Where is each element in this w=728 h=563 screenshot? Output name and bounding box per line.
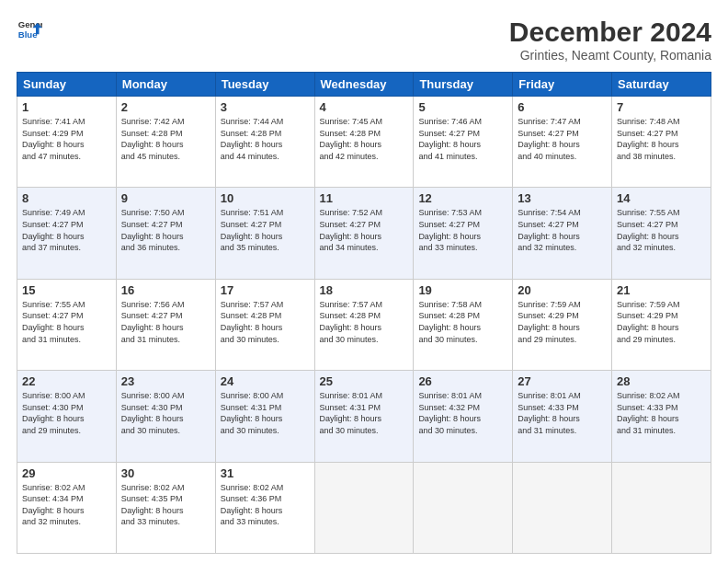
col-monday: Monday xyxy=(116,73,215,97)
table-row xyxy=(314,462,414,553)
table-row xyxy=(414,462,513,553)
day-info: Sunrise: 7:52 AM Sunset: 4:27 PM Dayligh… xyxy=(320,207,409,253)
table-row: 3Sunrise: 7:44 AM Sunset: 4:28 PM Daylig… xyxy=(215,97,314,188)
day-number: 21 xyxy=(617,283,706,297)
table-row: 29Sunrise: 8:02 AM Sunset: 4:34 PM Dayli… xyxy=(17,462,117,553)
day-number: 23 xyxy=(121,374,210,388)
day-number: 7 xyxy=(617,100,706,114)
day-info: Sunrise: 7:47 AM Sunset: 4:27 PM Dayligh… xyxy=(518,116,607,162)
table-row: 16Sunrise: 7:56 AM Sunset: 4:27 PM Dayli… xyxy=(116,279,215,370)
day-info: Sunrise: 7:41 AM Sunset: 4:29 PM Dayligh… xyxy=(22,116,111,162)
col-thursday: Thursday xyxy=(414,73,513,97)
day-number: 16 xyxy=(121,283,210,297)
col-friday: Friday xyxy=(513,73,612,97)
day-number: 29 xyxy=(22,466,111,480)
header-row: Sunday Monday Tuesday Wednesday Thursday… xyxy=(17,73,711,97)
table-row: 17Sunrise: 7:57 AM Sunset: 4:28 PM Dayli… xyxy=(215,279,314,370)
table-row xyxy=(612,462,711,553)
table-row: 13Sunrise: 7:54 AM Sunset: 4:27 PM Dayli… xyxy=(513,188,612,279)
day-info: Sunrise: 7:58 AM Sunset: 4:28 PM Dayligh… xyxy=(418,299,507,345)
subtitle: Grinties, Neamt County, Romania xyxy=(509,48,711,63)
day-number: 6 xyxy=(518,100,607,114)
day-info: Sunrise: 7:57 AM Sunset: 4:28 PM Dayligh… xyxy=(221,299,310,345)
day-number: 22 xyxy=(22,374,111,388)
day-info: Sunrise: 8:02 AM Sunset: 4:35 PM Dayligh… xyxy=(121,482,210,528)
day-info: Sunrise: 8:01 AM Sunset: 4:32 PM Dayligh… xyxy=(418,390,507,436)
col-wednesday: Wednesday xyxy=(314,73,414,97)
day-info: Sunrise: 8:02 AM Sunset: 4:36 PM Dayligh… xyxy=(221,482,310,528)
day-info: Sunrise: 7:51 AM Sunset: 4:27 PM Dayligh… xyxy=(221,207,310,253)
table-row: 27Sunrise: 8:01 AM Sunset: 4:33 PM Dayli… xyxy=(513,371,612,462)
calendar-week-row: 29Sunrise: 8:02 AM Sunset: 4:34 PM Dayli… xyxy=(17,462,711,553)
day-number: 3 xyxy=(221,100,310,114)
day-number: 5 xyxy=(418,100,507,114)
table-row: 21Sunrise: 7:59 AM Sunset: 4:29 PM Dayli… xyxy=(612,279,711,370)
day-number: 2 xyxy=(121,100,210,114)
calendar-page: General Blue December 2024 Grinties, Nea… xyxy=(0,0,728,563)
table-row: 22Sunrise: 8:00 AM Sunset: 4:30 PM Dayli… xyxy=(17,371,117,462)
calendar-week-row: 22Sunrise: 8:00 AM Sunset: 4:30 PM Dayli… xyxy=(17,371,711,462)
day-info: Sunrise: 7:49 AM Sunset: 4:27 PM Dayligh… xyxy=(22,207,111,253)
table-row: 5Sunrise: 7:46 AM Sunset: 4:27 PM Daylig… xyxy=(414,97,513,188)
day-info: Sunrise: 7:59 AM Sunset: 4:29 PM Dayligh… xyxy=(617,299,706,345)
day-info: Sunrise: 7:55 AM Sunset: 4:27 PM Dayligh… xyxy=(22,299,111,345)
day-info: Sunrise: 8:00 AM Sunset: 4:30 PM Dayligh… xyxy=(121,390,210,436)
col-sunday: Sunday xyxy=(17,73,117,97)
day-info: Sunrise: 7:42 AM Sunset: 4:28 PM Dayligh… xyxy=(121,116,210,162)
day-number: 28 xyxy=(617,374,706,388)
day-number: 8 xyxy=(22,191,111,205)
day-number: 18 xyxy=(320,283,409,297)
calendar-week-row: 1Sunrise: 7:41 AM Sunset: 4:29 PM Daylig… xyxy=(17,97,711,188)
calendar-table: Sunday Monday Tuesday Wednesday Thursday… xyxy=(17,72,711,554)
day-number: 4 xyxy=(320,100,409,114)
table-row: 4Sunrise: 7:45 AM Sunset: 4:28 PM Daylig… xyxy=(314,97,414,188)
table-row: 7Sunrise: 7:48 AM Sunset: 4:27 PM Daylig… xyxy=(612,97,711,188)
day-info: Sunrise: 8:01 AM Sunset: 4:33 PM Dayligh… xyxy=(518,390,607,436)
calendar-week-row: 8Sunrise: 7:49 AM Sunset: 4:27 PM Daylig… xyxy=(17,188,711,279)
title-block: December 2024 Grinties, Neamt County, Ro… xyxy=(509,17,711,63)
table-row: 14Sunrise: 7:55 AM Sunset: 4:27 PM Dayli… xyxy=(612,188,711,279)
table-row: 9Sunrise: 7:50 AM Sunset: 4:27 PM Daylig… xyxy=(116,188,215,279)
day-info: Sunrise: 7:44 AM Sunset: 4:28 PM Dayligh… xyxy=(221,116,310,162)
table-row xyxy=(513,462,612,553)
table-row: 11Sunrise: 7:52 AM Sunset: 4:27 PM Dayli… xyxy=(314,188,414,279)
day-number: 12 xyxy=(418,191,507,205)
day-number: 26 xyxy=(418,374,507,388)
svg-text:Blue: Blue xyxy=(18,29,38,40)
table-row: 24Sunrise: 8:00 AM Sunset: 4:31 PM Dayli… xyxy=(215,371,314,462)
table-row: 28Sunrise: 8:02 AM Sunset: 4:33 PM Dayli… xyxy=(612,371,711,462)
table-row: 12Sunrise: 7:53 AM Sunset: 4:27 PM Dayli… xyxy=(414,188,513,279)
table-row: 10Sunrise: 7:51 AM Sunset: 4:27 PM Dayli… xyxy=(215,188,314,279)
day-info: Sunrise: 7:57 AM Sunset: 4:28 PM Dayligh… xyxy=(320,299,409,345)
day-info: Sunrise: 7:46 AM Sunset: 4:27 PM Dayligh… xyxy=(418,116,507,162)
table-row: 25Sunrise: 8:01 AM Sunset: 4:31 PM Dayli… xyxy=(314,371,414,462)
table-row: 30Sunrise: 8:02 AM Sunset: 4:35 PM Dayli… xyxy=(116,462,215,553)
table-row: 2Sunrise: 7:42 AM Sunset: 4:28 PM Daylig… xyxy=(116,97,215,188)
calendar-week-row: 15Sunrise: 7:55 AM Sunset: 4:27 PM Dayli… xyxy=(17,279,711,370)
logo: General Blue xyxy=(17,17,42,42)
day-info: Sunrise: 8:02 AM Sunset: 4:33 PM Dayligh… xyxy=(617,390,706,436)
day-info: Sunrise: 7:50 AM Sunset: 4:27 PM Dayligh… xyxy=(121,207,210,253)
day-number: 19 xyxy=(418,283,507,297)
day-number: 11 xyxy=(320,191,409,205)
table-row: 19Sunrise: 7:58 AM Sunset: 4:28 PM Dayli… xyxy=(414,279,513,370)
table-row: 1Sunrise: 7:41 AM Sunset: 4:29 PM Daylig… xyxy=(17,97,117,188)
table-row: 18Sunrise: 7:57 AM Sunset: 4:28 PM Dayli… xyxy=(314,279,414,370)
main-title: December 2024 xyxy=(509,17,711,48)
day-number: 1 xyxy=(22,100,111,114)
header: General Blue December 2024 Grinties, Nea… xyxy=(17,17,711,63)
logo-icon: General Blue xyxy=(17,17,42,42)
day-number: 24 xyxy=(221,374,310,388)
day-info: Sunrise: 7:48 AM Sunset: 4:27 PM Dayligh… xyxy=(617,116,706,162)
day-number: 17 xyxy=(221,283,310,297)
day-number: 20 xyxy=(518,283,607,297)
day-number: 14 xyxy=(617,191,706,205)
day-info: Sunrise: 7:56 AM Sunset: 4:27 PM Dayligh… xyxy=(121,299,210,345)
day-info: Sunrise: 8:00 AM Sunset: 4:30 PM Dayligh… xyxy=(22,390,111,436)
table-row: 31Sunrise: 8:02 AM Sunset: 4:36 PM Dayli… xyxy=(215,462,314,553)
day-info: Sunrise: 8:00 AM Sunset: 4:31 PM Dayligh… xyxy=(221,390,310,436)
day-number: 15 xyxy=(22,283,111,297)
day-number: 13 xyxy=(518,191,607,205)
day-info: Sunrise: 8:02 AM Sunset: 4:34 PM Dayligh… xyxy=(22,482,111,528)
table-row: 8Sunrise: 7:49 AM Sunset: 4:27 PM Daylig… xyxy=(17,188,117,279)
